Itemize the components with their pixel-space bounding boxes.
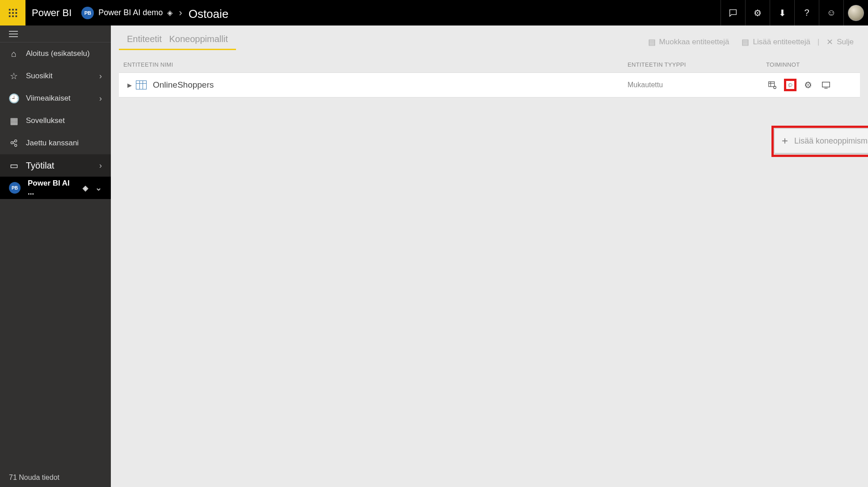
svg-rect-0 [8,8,10,10]
entity-actions: ⚙ [766,79,855,91]
app-launcher-button[interactable] [0,0,25,25]
table-link-icon [767,80,777,90]
close-button[interactable]: ✕ Sulje [820,37,860,47]
gear-icon: ⚙ [804,80,812,90]
entity-name: OnlineShoppers [153,80,628,90]
feedback-button[interactable]: ☺ [819,0,843,25]
nav-item-apps[interactable]: ▦ Sovellukset [0,110,111,132]
tab-label: Koneoppimallit [169,34,228,44]
action-label: Lisää entiteettejä [753,38,810,47]
svg-rect-2 [15,8,17,10]
action-settings[interactable]: ⚙ [802,79,814,91]
topbar-right: ⚙ ⬇ ? ☺ [721,0,868,25]
svg-point-10 [774,86,776,89]
chevron-right-icon: › [99,72,102,81]
brain-icon [787,80,793,90]
nav-item-shared[interactable]: Jaettu kanssani [0,132,111,154]
workspace-badge: PB [81,7,94,19]
nav-label: Aloitus (esikatselu) [26,49,102,58]
chevron-down-icon: ⌄ [95,183,102,193]
breadcrumb-separator: › [173,7,188,19]
col-header-actions: TOIMINNOT [766,61,855,68]
premium-diamond-icon: ◈ [83,184,88,192]
svg-rect-1 [12,8,14,10]
nav-item-workspaces[interactable]: ▭ Työtilat › [0,154,111,177]
workspace-badge: PB [9,182,21,194]
download-button[interactable]: ⬇ [770,0,794,25]
share-icon [9,139,19,148]
svg-rect-11 [822,82,830,87]
svg-rect-6 [8,15,10,17]
help-button[interactable]: ? [794,0,819,25]
add-ml-model-label: Lisää koneoppimismalli [794,136,868,146]
workspace-name: Power BI AI demo [98,8,163,17]
separator: | [817,38,820,46]
edit-entities-button[interactable]: ▤ Muokkaa entiteettejä [642,37,736,47]
main-content: Entiteetit Koneoppimallit ▤ Muokkaa enti… [111,25,868,487]
gear-icon: ⚙ [754,8,762,18]
nav-item-recent[interactable]: 🕘 Viimeaikaiset › [0,87,111,110]
column-headers: ENTITEETIN NIMI ENTITEETIN TYYPPI TOIMIN… [119,53,860,72]
nav-item-home[interactable]: ⌂ Aloitus (esikatselu) [0,42,111,65]
chat-icon [728,8,738,18]
nav-label: Power BI AI ... [28,179,76,197]
tab-entities[interactable]: Entiteetit Koneoppimallit [119,34,236,50]
action-label: Sulje [837,38,854,47]
smile-icon: ☺ [827,8,836,18]
close-icon: ✕ [826,37,833,47]
screen-icon [821,80,831,90]
entity-row[interactable]: ▶ OnlineShoppers Mukautettu ⚙ [119,72,860,97]
tab-label: Entiteetit [127,34,162,44]
edit-entity-icon: ▤ [648,37,656,47]
svg-rect-5 [15,12,17,14]
star-icon: ☆ [9,71,19,81]
profile-button[interactable] [843,0,868,25]
add-entity-icon: ▤ [742,37,749,47]
nav-label: Sovellukset [26,116,102,125]
nav-label: Työtilat [26,161,92,171]
premium-diamond-icon: ◈ [167,8,173,17]
nav-collapse-button[interactable] [0,25,111,42]
left-nav: ⌂ Aloitus (esikatselu) ☆ Suosikit › 🕘 Vi… [0,25,111,487]
svg-rect-3 [8,12,10,14]
plus-icon: + [782,135,788,147]
action-linked-entity[interactable] [766,79,779,91]
topbar: Power BI PB Power BI AI demo ◈ › Ostoaie… [0,0,868,25]
page-title: Ostoaie [189,4,229,21]
add-ml-model-button[interactable]: + Lisää koneoppimismalli [774,128,868,153]
nav-label: Viimeaikaiset [26,94,92,103]
chevron-right-icon: › [99,161,102,170]
nav-label: Suosikit [26,72,92,80]
expand-toggle[interactable]: ▶ [123,82,136,89]
chevron-right-icon: › [99,94,102,103]
brand-label: Power BI [25,7,81,19]
col-header-name: ENTITEETIN NIMI [123,61,628,68]
avatar [848,5,864,21]
svg-rect-7 [12,15,14,17]
workspace-icon: ▭ [9,160,19,171]
home-icon: ⌂ [9,49,19,59]
action-refresh[interactable] [820,79,832,91]
apps-icon: ▦ [9,115,19,126]
svg-rect-4 [12,12,14,14]
nav-footer-getdata[interactable]: 71 Nouda tiedot [0,468,111,487]
settings-button[interactable]: ⚙ [745,0,770,25]
svg-rect-9 [769,82,775,87]
nav-item-favorites[interactable]: ☆ Suosikit › [0,65,111,87]
action-label: Muokkaa entiteettejä [659,38,729,47]
clock-icon: 🕘 [9,93,19,104]
waffle-icon [8,8,18,18]
help-icon: ? [804,8,809,18]
table-icon [136,80,147,89]
tabs-row: Entiteetit Koneoppimallit ▤ Muokkaa enti… [119,25,860,53]
action-apply-ml-model[interactable] [784,79,796,91]
hamburger-icon [9,31,18,37]
nav-item-current-workspace[interactable]: PB Power BI AI ... ◈ ⌄ [0,177,111,199]
entity-type: Mukautettu [628,81,766,89]
col-header-type: ENTITEETIN TYYPPI [628,61,766,68]
nav-label: Jaettu kanssani [26,139,102,148]
download-icon: ⬇ [779,8,786,18]
comments-button[interactable] [721,0,745,25]
add-entities-button[interactable]: ▤ Lisää entiteettejä [735,37,817,47]
breadcrumb-workspace[interactable]: PB Power BI AI demo ◈ [81,7,173,19]
